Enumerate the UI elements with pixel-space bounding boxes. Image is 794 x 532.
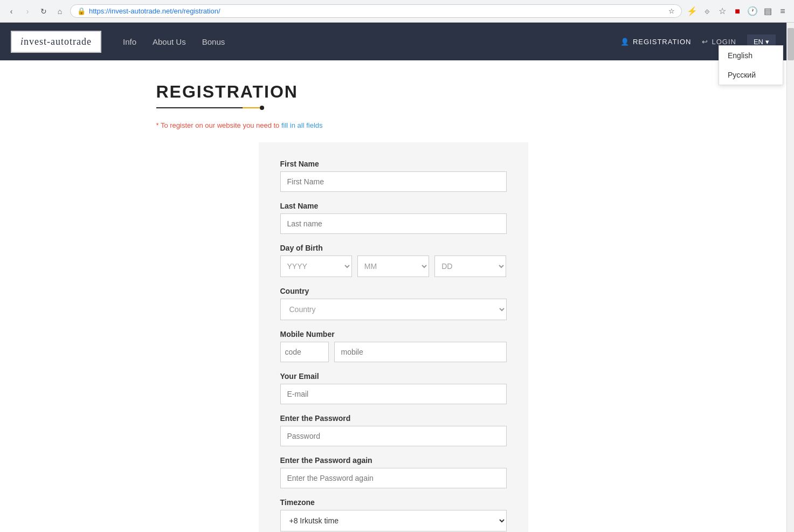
- star-button[interactable]: ☆: [716, 5, 728, 17]
- nav-info[interactable]: Info: [123, 37, 136, 46]
- title-underline: [156, 107, 264, 108]
- address-bar[interactable]: 🔒 https://invest-autotrade.net/en/regist…: [70, 4, 682, 18]
- lock-icon: 🔒: [77, 7, 86, 15]
- mobile-code-input[interactable]: [280, 342, 329, 362]
- password-label: Enter the Password: [280, 414, 507, 423]
- reload-button[interactable]: ↻: [38, 5, 50, 17]
- page-content: invest-autotrade Info About Us Bonus 👤 R…: [0, 23, 786, 532]
- mobile-label: Mobile Number: [280, 330, 507, 338]
- nav-links: Info About Us Bonus: [123, 37, 620, 46]
- scrollbar-track[interactable]: [786, 23, 794, 532]
- mobile-row: [280, 342, 507, 362]
- chevron-down-icon: ▾: [765, 38, 769, 46]
- person-icon: 👤: [620, 38, 630, 46]
- browser-actions: ⚡ ⟐ ☆ ■ 🕐 ▤ ≡: [686, 5, 789, 17]
- main-content: REGISTRATION * To register on our websit…: [124, 60, 663, 532]
- email-label: Your Email: [280, 372, 507, 381]
- login-icon: ↩: [702, 38, 708, 46]
- dob-month-select[interactable]: MM: [357, 255, 429, 277]
- history-button[interactable]: 🕐: [747, 5, 758, 17]
- logo[interactable]: invest-autotrade: [11, 31, 101, 53]
- subtitle: * To register on our website you need to…: [156, 121, 631, 129]
- browser-chrome: ‹ › ↻ ⌂ 🔒 https://invest-autotrade.net/e…: [0, 0, 794, 23]
- last-name-input[interactable]: [280, 213, 507, 234]
- timezone-group: Timezone +8 Irkutsk time: [280, 498, 507, 531]
- first-name-group: First Name: [280, 160, 507, 192]
- dob-group: Day of Birth YYYY MM DD: [280, 244, 507, 277]
- extensions-button[interactable]: ⚡: [686, 5, 698, 17]
- mobile-group: Mobile Number: [280, 330, 507, 362]
- dob-row: YYYY MM DD: [280, 255, 507, 277]
- email-input[interactable]: [280, 384, 507, 404]
- scrollbar-thumb[interactable]: [788, 28, 794, 60]
- forward-button[interactable]: ›: [22, 5, 33, 17]
- mobile-number-input[interactable]: [334, 342, 507, 362]
- reader-button[interactable]: ▤: [762, 5, 774, 17]
- first-name-label: First Name: [280, 160, 507, 168]
- lang-option-russian[interactable]: Русский: [719, 65, 783, 85]
- timezone-label: Timezone: [280, 498, 507, 507]
- lang-dropdown: English Русский: [719, 45, 783, 85]
- bookmark-button[interactable]: ⟐: [701, 5, 713, 17]
- star-icon: ☆: [668, 7, 675, 15]
- country-label: Country: [280, 287, 507, 295]
- confirm-password-label: Enter the Password again: [280, 456, 507, 465]
- timezone-select[interactable]: +8 Irkutsk time: [280, 510, 507, 531]
- confirm-password-group: Enter the Password again: [280, 456, 507, 488]
- first-name-input[interactable]: [280, 171, 507, 192]
- page-title: REGISTRATION: [156, 82, 631, 102]
- nav-about[interactable]: About Us: [153, 37, 186, 46]
- confirm-password-input[interactable]: [280, 468, 507, 488]
- nav-bonus[interactable]: Bonus: [202, 37, 225, 46]
- nav-login[interactable]: ↩ LOGIN: [702, 38, 736, 46]
- password-input[interactable]: [280, 426, 507, 446]
- nav-registration[interactable]: 👤 REGISTRATION: [620, 38, 692, 46]
- addon-button[interactable]: ■: [731, 5, 743, 17]
- email-group: Your Email: [280, 372, 507, 404]
- country-select[interactable]: Country: [280, 299, 507, 320]
- last-name-group: Last Name: [280, 202, 507, 234]
- registration-form: First Name Last Name Day of Birth YYYY: [259, 142, 528, 532]
- last-name-label: Last Name: [280, 202, 507, 210]
- lang-option-english[interactable]: English: [719, 46, 783, 65]
- navbar: invest-autotrade Info About Us Bonus 👤 R…: [0, 23, 786, 60]
- menu-button[interactable]: ≡: [777, 5, 789, 17]
- subtitle-link[interactable]: fill in all fields: [281, 121, 323, 129]
- home-button[interactable]: ⌂: [54, 5, 66, 17]
- url-text: https://invest-autotrade.net/en/registra…: [89, 7, 665, 15]
- dob-year-select[interactable]: YYYY: [280, 255, 352, 277]
- back-button[interactable]: ‹: [5, 5, 17, 17]
- dob-day-select[interactable]: DD: [434, 255, 506, 277]
- page-wrapper: invest-autotrade Info About Us Bonus 👤 R…: [0, 23, 794, 532]
- dob-label: Day of Birth: [280, 244, 507, 252]
- password-group: Enter the Password: [280, 414, 507, 446]
- country-group: Country Country: [280, 287, 507, 320]
